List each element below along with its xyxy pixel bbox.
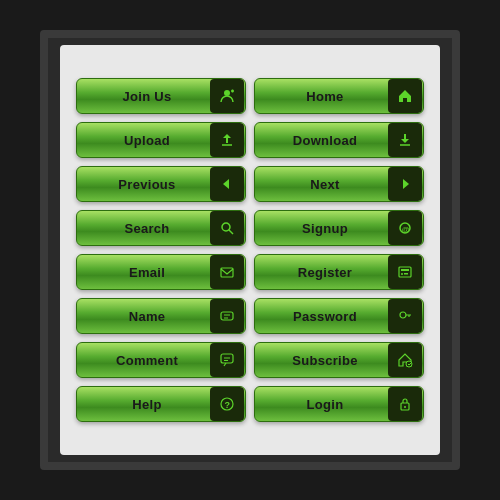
svg-rect-8 [399,267,411,277]
register-button[interactable]: Register [254,254,424,290]
download-icon [388,123,422,157]
subscribe-label: Subscribe [255,353,387,368]
name-icon [210,299,244,333]
password-button[interactable]: Password [254,298,424,334]
svg-text:?: ? [225,400,231,410]
register-label: Register [255,265,387,280]
svg-point-0 [224,90,230,96]
upload-button[interactable]: Upload [76,122,246,158]
password-icon [388,299,422,333]
previous-button[interactable]: Previous [76,166,246,202]
upload-icon [210,123,244,157]
comment-button[interactable]: Comment [76,342,246,378]
svg-rect-11 [404,273,408,275]
home-button[interactable]: Home [254,78,424,114]
svg-rect-12 [221,312,233,320]
name-button[interactable]: Name [76,298,246,334]
register-icon [388,255,422,289]
join-us-icon [210,79,244,113]
svg-point-23 [404,406,406,408]
comment-label: Comment [77,353,209,368]
join-us-button[interactable]: Join Us [76,78,246,114]
next-label: Next [255,177,387,192]
outer-frame: Join Us Home [40,30,460,470]
svg-point-10 [401,273,403,275]
svg-point-3 [222,223,230,231]
previous-label: Previous [77,177,209,192]
download-label: Download [255,133,387,148]
search-icon [210,211,244,245]
login-label: Login [255,397,387,412]
subscribe-button[interactable]: Subscribe [254,342,424,378]
email-label: Email [77,265,209,280]
home-label: Home [255,89,387,104]
help-icon: ? [210,387,244,421]
signup-label: Signup [255,221,387,236]
signup-button[interactable]: Signup @ [254,210,424,246]
subscribe-icon [388,343,422,377]
button-grid: Join Us Home [76,78,424,422]
previous-icon [210,167,244,201]
email-button[interactable]: Email [76,254,246,290]
svg-text:@: @ [402,225,410,234]
login-button[interactable]: Login [254,386,424,422]
download-button[interactable]: Download [254,122,424,158]
password-label: Password [255,309,387,324]
svg-point-15 [400,312,406,318]
next-icon [388,167,422,201]
svg-rect-9 [401,269,409,271]
upload-label: Upload [77,133,209,148]
search-button[interactable]: Search [76,210,246,246]
login-icon [388,387,422,421]
email-icon [210,255,244,289]
svg-rect-7 [221,268,233,277]
name-label: Name [77,309,209,324]
search-label: Search [77,221,209,236]
help-button[interactable]: Help ? [76,386,246,422]
svg-point-19 [406,361,412,367]
help-label: Help [77,397,209,412]
inner-panel: Join Us Home [60,45,440,455]
next-button[interactable]: Next [254,166,424,202]
signup-icon: @ [388,211,422,245]
comment-icon [210,343,244,377]
join-us-label: Join Us [77,89,209,104]
home-icon [388,79,422,113]
svg-line-4 [229,230,233,234]
